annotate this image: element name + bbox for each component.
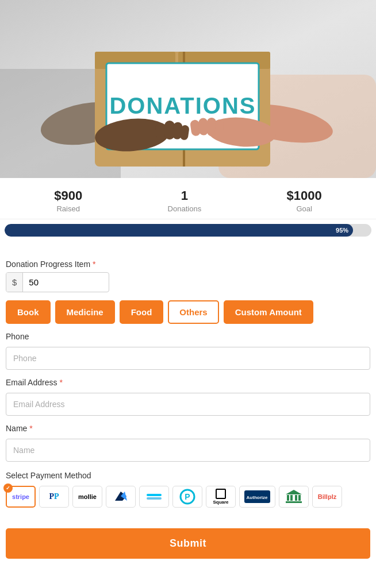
stat-goal: $1000 Goal <box>287 188 322 213</box>
payment-paymonogo[interactable]: P <box>172 486 202 508</box>
hero-banner: DONATIONS <box>0 0 376 178</box>
svg-rect-20 <box>215 119 224 136</box>
category-medicine-button[interactable]: Medicine <box>55 300 115 324</box>
donations-value: 1 <box>168 188 202 203</box>
svg-rect-30 <box>287 495 289 501</box>
phone-input[interactable] <box>6 347 370 370</box>
email-input[interactable] <box>6 393 370 416</box>
svg-rect-34 <box>286 501 302 503</box>
raised-value: $900 <box>54 188 82 203</box>
category-food-button[interactable]: Food <box>120 300 164 324</box>
amount-label: Donation Progress Item * <box>6 260 370 269</box>
paypal-icon-2: P <box>54 492 59 501</box>
amount-input[interactable] <box>23 273 92 292</box>
authorize-icon: Authorize <box>244 490 270 503</box>
email-required: * <box>59 378 62 387</box>
payment-billplz[interactable]: Billplz <box>312 486 342 508</box>
name-input[interactable] <box>6 439 370 462</box>
svg-rect-32 <box>295 495 297 501</box>
payment-icons-row: ✓ stripe P P mollie <box>6 486 370 508</box>
submit-button-container: Submit <box>0 519 376 570</box>
stat-raised: $900 Raised <box>54 188 82 213</box>
payment-razorpay[interactable] <box>106 486 136 508</box>
mollie-icon: mollie <box>78 493 97 500</box>
payment-paystack[interactable] <box>139 486 169 508</box>
bank-icon <box>285 489 303 505</box>
square-label: Square <box>213 500 228 505</box>
currency-symbol: $ <box>6 273 23 292</box>
category-book-button[interactable]: Book <box>6 300 51 324</box>
svg-marker-29 <box>286 490 302 494</box>
stripe-icon: stripe <box>12 493 29 500</box>
svg-rect-33 <box>298 495 301 501</box>
svg-text:DONATIONS: DONATIONS <box>109 93 256 118</box>
payment-authorize[interactable]: Authorize <box>239 486 275 508</box>
goal-label: Goal <box>287 204 322 213</box>
category-custom-amount-button[interactable]: Custom Amount <box>224 300 313 324</box>
square-icon-container: Square <box>213 489 228 505</box>
billplz-icon: Billplz <box>318 493 336 500</box>
progress-container: 95% <box>0 219 376 246</box>
paymonogo-icon: P <box>179 488 196 505</box>
progress-label: 95% <box>336 227 348 234</box>
name-label: Name * <box>6 424 370 433</box>
svg-rect-18 <box>198 118 209 136</box>
raised-label: Raised <box>54 204 82 213</box>
payment-square[interactable]: Square <box>206 486 236 508</box>
svg-rect-19 <box>207 118 216 136</box>
svg-rect-31 <box>290 495 293 501</box>
payment-method-label: Select Payment Method <box>6 471 370 480</box>
amount-input-row: $ <box>6 272 109 292</box>
name-required: * <box>29 424 32 433</box>
payment-paypal[interactable]: P P <box>39 486 69 508</box>
category-others-button[interactable]: Others <box>168 300 218 324</box>
email-label: Email Address * <box>6 378 370 387</box>
progress-bar-background: 95% <box>5 224 371 237</box>
goal-value: $1000 <box>287 188 322 203</box>
razorpay-icon <box>112 490 129 503</box>
form-area: Donation Progress Item * $ Book Medicine… <box>0 246 376 519</box>
donations-label: Donations <box>168 204 202 213</box>
paypal-icon: P <box>49 492 54 501</box>
stat-donations: 1 Donations <box>168 188 202 213</box>
square-box-icon <box>216 489 226 499</box>
stats-row: $900 Raised 1 Donations $1000 Goal <box>0 178 376 219</box>
stripe-checkmark: ✓ <box>3 483 13 493</box>
svg-rect-23 <box>147 494 162 496</box>
payment-mollie[interactable]: mollie <box>72 486 102 508</box>
amount-required: * <box>93 260 95 269</box>
category-buttons: Book Medicine Food Others Custom Amount <box>6 300 370 324</box>
progress-bar-fill: 95% <box>5 224 353 237</box>
submit-button[interactable]: Submit <box>6 528 370 559</box>
svg-rect-24 <box>147 497 162 500</box>
paystack-icon <box>145 490 163 503</box>
svg-text:Authorize: Authorize <box>247 495 268 500</box>
svg-text:P: P <box>185 492 190 501</box>
payment-stripe[interactable]: ✓ stripe <box>6 486 36 508</box>
phone-label: Phone <box>6 332 370 341</box>
payment-bank[interactable] <box>279 486 309 508</box>
